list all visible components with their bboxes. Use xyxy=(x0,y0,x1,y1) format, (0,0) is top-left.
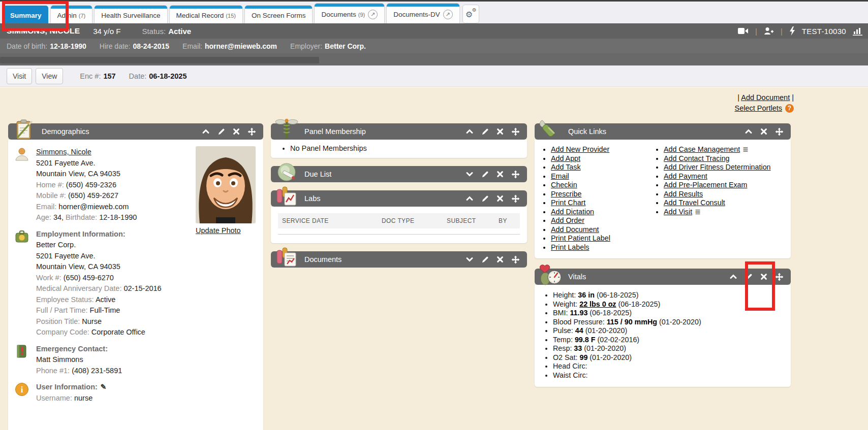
list-view-icon[interactable]: ≣ xyxy=(695,208,701,217)
move-icon[interactable] xyxy=(775,127,784,136)
add-document-link[interactable]: Add Document xyxy=(741,93,790,102)
expand-icon[interactable] xyxy=(466,170,474,178)
move-icon[interactable] xyxy=(511,255,520,264)
vital-date: (01-20-2020) xyxy=(584,344,626,352)
quick-link-add-pre-placement-exam[interactable]: Add Pre-Placement Exam xyxy=(664,181,747,189)
popout-icon[interactable]: ↗ xyxy=(443,10,453,19)
edit-icon[interactable] xyxy=(481,128,489,136)
vital-value[interactable]: 22 lbs 0 oz xyxy=(579,300,616,308)
list-view-icon[interactable]: ≣ xyxy=(742,145,749,154)
panel-membership-body: No Panel Memberships xyxy=(271,140,527,158)
visit-button[interactable]: Visit xyxy=(7,68,32,84)
quick-link-prescribe[interactable]: Prescribe xyxy=(551,190,581,198)
edit-icon[interactable] xyxy=(481,256,489,263)
quick-link-add-travel-consult[interactable]: Add Travel Consult xyxy=(664,199,725,207)
collapse-icon[interactable] xyxy=(466,127,474,136)
close-icon[interactable] xyxy=(497,128,504,135)
move-icon[interactable] xyxy=(511,170,520,179)
add-user-icon[interactable] xyxy=(764,27,774,35)
move-icon[interactable] xyxy=(247,127,256,136)
tab-documents[interactable]: Documents(9)↗ xyxy=(315,4,384,23)
tab-documents-dv[interactable]: Documents-DV↗ xyxy=(387,4,459,23)
help-icon[interactable]: ? xyxy=(785,104,794,113)
quick-link-add-contact-tracing[interactable]: Add Contact Tracing xyxy=(664,154,730,162)
edit-icon[interactable] xyxy=(481,195,489,203)
tab-medical-record[interactable]: Medical Record(15) xyxy=(170,6,242,23)
tab-strip: SummaryAdmin(7)Health SurveillanceMedica… xyxy=(4,4,459,23)
edit-icon[interactable] xyxy=(745,273,753,281)
tab-health-surveillance[interactable]: Health Surveillance xyxy=(95,6,167,23)
update-photo-link[interactable]: Update Photo xyxy=(196,226,241,235)
tab-summary[interactable]: Summary xyxy=(4,6,48,23)
move-icon[interactable] xyxy=(511,194,520,203)
portlet-title: Panel Membership xyxy=(304,127,366,136)
tab-on-screen-forms[interactable]: On Screen Forms xyxy=(245,6,313,23)
date-label: Date: xyxy=(129,72,147,80)
collapse-icon[interactable] xyxy=(466,194,474,203)
quick-link-add-case-management[interactable]: Add Case Management xyxy=(664,145,740,153)
collapse-icon[interactable] xyxy=(202,127,210,136)
quick-link-add-results[interactable]: Add Results xyxy=(664,190,703,198)
position-title-value: Nurse xyxy=(82,317,102,325)
close-icon[interactable] xyxy=(233,128,240,135)
labs-column-header: BY xyxy=(499,217,516,224)
employer-address1: 5201 Fayette Ave. xyxy=(36,251,162,262)
quick-link-add-appt[interactable]: Add Appt xyxy=(551,154,580,162)
select-portlets-link[interactable]: Select Portlets xyxy=(735,103,783,114)
quick-link-add-driver-fitness-determination[interactable]: Add Driver Fitness Determination xyxy=(664,163,771,171)
edit-user-info-icon[interactable]: ✎ xyxy=(101,383,107,391)
quick-link-print-patient-label[interactable]: Print Patient Label xyxy=(551,234,610,242)
vitals-list: Height: 36 in (06-18-2025)Weight: 22 lbs… xyxy=(540,291,786,380)
quick-link-add-payment[interactable]: Add Payment xyxy=(664,172,707,180)
quick-link-add-order[interactable]: Add Order xyxy=(551,216,584,224)
quick-link-add-dictation[interactable]: Add Dictation xyxy=(551,208,594,216)
move-icon[interactable] xyxy=(775,273,784,281)
quick-link-item: Add Dictation xyxy=(551,208,652,217)
close-icon[interactable] xyxy=(497,195,504,202)
collapse-icon[interactable] xyxy=(745,127,753,136)
tab-label: Summary xyxy=(10,12,42,19)
labs-body: SERVICE DATEDOC TYPESUBJECTBY xyxy=(271,207,527,243)
close-icon[interactable] xyxy=(497,256,504,263)
close-icon[interactable] xyxy=(760,128,767,135)
quick-link-print-labels[interactable]: Print Labels xyxy=(551,243,590,251)
view-button[interactable]: View xyxy=(36,68,63,84)
scrollbar-thumb[interactable] xyxy=(0,57,319,63)
quick-link-add-document[interactable]: Add Document xyxy=(551,225,599,234)
quick-link-checkin[interactable]: Checkin xyxy=(551,181,577,189)
collapse-icon[interactable] xyxy=(729,273,737,281)
tab-label: Documents xyxy=(321,11,356,18)
visit-bar: Visit View Enc #: 157 Date: 06-18-2025 xyxy=(0,65,868,87)
patient-name-link[interactable]: Simmons, Nicole xyxy=(36,148,91,156)
demographics-header: Demographics xyxy=(8,123,263,140)
employer-address2: Mountain View, CA 94035 xyxy=(36,261,162,273)
popout-icon[interactable]: ↗ xyxy=(368,10,378,19)
close-icon[interactable] xyxy=(497,171,504,178)
vital-row: O2 Sat: 99 (01-20-2020) xyxy=(553,353,786,362)
tab-settings-button[interactable]: ⚙ ⚙ xyxy=(462,5,479,23)
close-icon[interactable] xyxy=(760,273,767,280)
quick-link-item: Add Travel Consult xyxy=(664,199,771,208)
demo-email-value: horner@mieweb.com xyxy=(58,203,129,211)
lightning-icon[interactable] xyxy=(789,26,795,36)
bar-chart-icon[interactable] xyxy=(853,27,863,36)
edit-icon[interactable] xyxy=(218,128,225,136)
status-value: Active xyxy=(168,27,191,36)
quick-link-item: Prescribe xyxy=(551,190,652,199)
quick-link-email[interactable]: Email xyxy=(551,172,569,180)
quick-link-add-visit[interactable]: Add Visit xyxy=(664,208,692,216)
emergency-contact-icon xyxy=(14,344,30,377)
quick-link-item: Print Labels xyxy=(551,243,652,252)
vital-row: Weight: 22 lbs 0 oz (06-18-2025) xyxy=(553,300,786,309)
anniversary-value: 02-15-2016 xyxy=(123,284,161,292)
video-camera-icon[interactable] xyxy=(738,27,749,35)
move-icon[interactable] xyxy=(511,127,520,136)
edit-icon[interactable] xyxy=(481,171,489,178)
expand-icon[interactable] xyxy=(466,255,474,263)
quick-link-print-chart[interactable]: Print Chart xyxy=(551,199,585,207)
page-actions: | Add Document | Select Portlets ? xyxy=(735,92,794,114)
portlet-columns: Demographics xyxy=(8,123,791,430)
tab-admin[interactable]: Admin(7) xyxy=(51,6,92,23)
quick-link-add-new-provider[interactable]: Add New Provider xyxy=(551,145,609,153)
quick-link-add-task[interactable]: Add Task xyxy=(551,163,581,171)
